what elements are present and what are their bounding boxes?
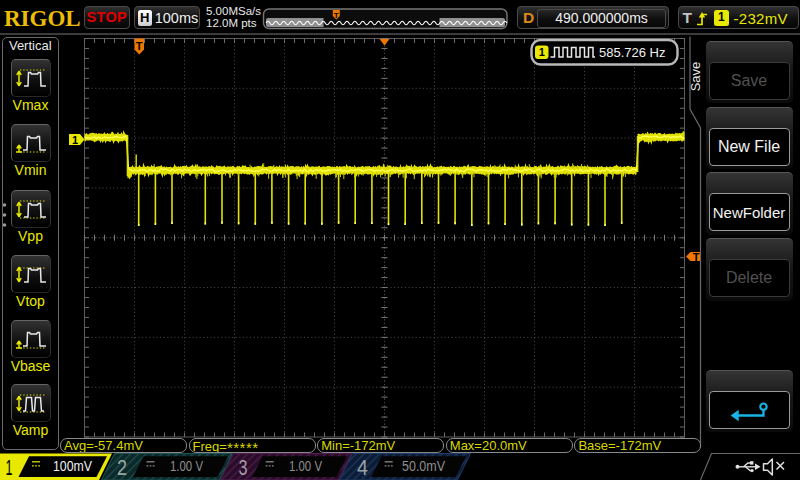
svg-text:3: 3 [239, 456, 248, 480]
svg-text:1: 1 [539, 46, 545, 58]
svg-text:585.726 Hz: 585.726 Hz [599, 45, 666, 60]
svg-text:1: 1 [6, 456, 13, 480]
svg-text:100mV: 100mV [53, 457, 92, 474]
svg-text:1.00 V: 1.00 V [289, 457, 322, 474]
svg-text:T: T [693, 251, 700, 263]
svg-text:50.0mV: 50.0mV [402, 457, 445, 474]
svg-text:4: 4 [357, 456, 368, 480]
svg-text:2: 2 [117, 456, 127, 480]
svg-text:Save: Save [688, 62, 703, 92]
svg-text:T: T [334, 11, 339, 20]
svg-text:1: 1 [72, 134, 78, 146]
svg-text:T: T [136, 40, 143, 52]
svg-text:1.00 V: 1.00 V [170, 457, 203, 474]
